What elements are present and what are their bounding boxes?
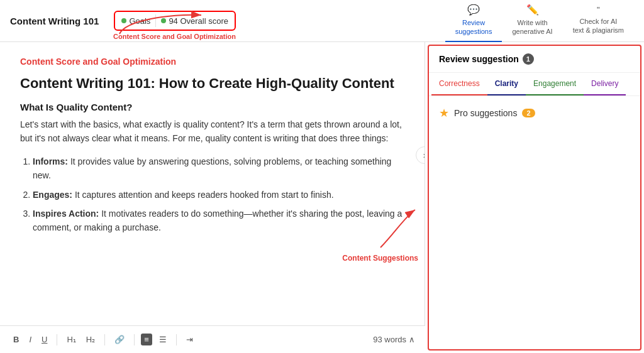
score-divider: [155, 14, 156, 27]
overall-score: 94 Overall score: [161, 16, 228, 26]
word-count-value: 93 words: [373, 335, 406, 344]
list-item[interactable]: Inspires Action: It motivates readers to…: [33, 207, 404, 235]
goals-button[interactable]: Goals: [121, 16, 150, 26]
tab-write-generative[interactable]: ✏️ Write with generative AI: [502, 0, 562, 42]
goals-dot-icon: [121, 18, 126, 23]
review-suggestion-label: Review suggestion: [439, 54, 519, 64]
suggestion-tabs: Correctness Clarity Engagement Delivery: [429, 73, 640, 96]
main-area: Content Score and Goal Optimization Cont…: [0, 42, 644, 353]
article-title[interactable]: Content Writing 101: How to Create High-…: [20, 75, 404, 93]
score-dot-icon: [161, 18, 166, 23]
unordered-list-button[interactable]: ☰: [156, 334, 170, 345]
ordered-list-button[interactable]: ≡: [141, 334, 152, 345]
italic-button[interactable]: I: [26, 334, 35, 345]
underline-button[interactable]: U: [38, 334, 50, 345]
overall-score-label: 94 Overall score: [169, 16, 228, 26]
word-count-chevron-icon: ∧: [409, 335, 415, 344]
write-icon: ✏️: [526, 4, 539, 17]
indent-button[interactable]: ⇥: [183, 334, 196, 345]
h1-button[interactable]: H₁: [64, 334, 79, 345]
list-item[interactable]: Engages: It captures attention and keeps…: [33, 188, 404, 202]
review-icon: 💬: [467, 4, 480, 17]
tab-clarity[interactable]: Clarity: [487, 73, 526, 95]
bold-button[interactable]: B: [10, 334, 22, 345]
right-panel-tabs: 💬 Review suggestions ✏️ Write with gener…: [445, 0, 634, 42]
goals-score-box: Goals 94 Overall score: [114, 11, 236, 31]
tab-engagement[interactable]: Engagement: [526, 73, 584, 95]
tab-delivery[interactable]: Delivery: [584, 73, 626, 95]
toolbar-sep-4: [176, 334, 177, 345]
pro-badge: 2: [522, 109, 535, 117]
paragraph1[interactable]: Let's start with the basics, what exactl…: [20, 117, 404, 146]
pro-section: ★ Pro suggestions 2: [429, 96, 640, 130]
top-bar: Content Writing 101 Goals 94 Overall sco…: [0, 0, 644, 42]
tab-check-plagiarism[interactable]: " Check for AI text & plagiarism: [563, 0, 634, 42]
right-panel: Review suggestion 1 Correctness Clarity …: [428, 45, 641, 350]
toolbar-sep-2: [104, 334, 105, 345]
star-icon: ★: [439, 106, 449, 120]
toolbar-sep-3: [134, 334, 135, 345]
toolbar-sep-1: [57, 334, 57, 345]
content-suggestions-label: Content Suggestions: [342, 254, 418, 263]
goals-label: Goals: [129, 16, 150, 26]
list-container: Informs: It provides value by answering …: [20, 155, 404, 235]
word-count: 93 words ∧: [373, 335, 415, 344]
section-heading[interactable]: What Is Quality Content?: [20, 102, 404, 112]
toolbar-bar: B I U H₁ H₂ 🔗 ≡ ☰ ⇥ 93 words ∧: [0, 325, 425, 353]
tab-review-suggestions[interactable]: 💬 Review suggestions: [445, 0, 502, 42]
svg-text:Content Score and Goal Optimiz: Content Score and Goal Optimization: [113, 33, 236, 40]
list-item[interactable]: Informs: It provides value by answering …: [33, 155, 404, 183]
review-header: Review suggestion 1: [429, 46, 640, 73]
editor-area: Content Score and Goal Optimization Cont…: [0, 42, 425, 325]
tab-correctness[interactable]: Correctness: [431, 73, 487, 95]
pro-suggestions-label: Pro suggestions: [454, 108, 517, 118]
review-badge: 1: [523, 53, 534, 65]
doc-title: Content Writing 101: [10, 16, 99, 26]
content-score-label: Content Score and Goal Optimization: [20, 55, 404, 68]
plagiarism-icon: ": [597, 5, 600, 16]
link-button[interactable]: 🔗: [111, 334, 128, 345]
expand-panel-button[interactable]: ›: [416, 146, 425, 164]
h2-button[interactable]: H₂: [83, 334, 98, 345]
